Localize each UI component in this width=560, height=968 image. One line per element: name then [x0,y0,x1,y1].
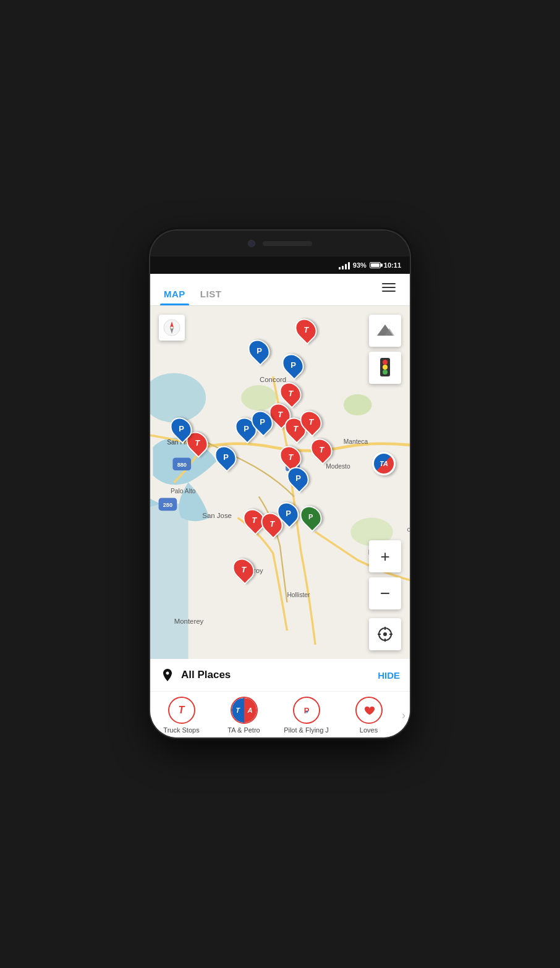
svg-point-9 [344,394,372,415]
phone-shell: 93% 10:11 MAP LIST [150,231,410,737]
svg-text:Hollister: Hollister [287,592,310,598]
svg-point-30 [383,365,388,370]
svg-rect-2 [150,504,189,659]
pilot-marker-1[interactable]: P [301,505,321,529]
front-camera [248,240,255,247]
parking-marker-1[interactable]: P [249,339,269,362]
map-area[interactable]: 880 280 5 Concord San Francisco Palo Alt… [150,306,410,659]
ta-petro-icon: T A [231,697,258,724]
nav-label-loves: Loves [360,726,378,734]
menu-line [382,291,396,292]
earpiece-speaker [263,241,312,246]
truck-stop-marker-3[interactable]: T [281,381,300,405]
nav-label-truck-stops: Truck Stops [163,726,199,734]
battery-icon [370,262,381,268]
bottom-nav: T Truck Stops T A TA & Petro P [150,692,410,737]
pilot-icon: P ✈ [293,697,320,724]
parking-marker-8[interactable]: P [278,501,298,525]
phone-top-bar [150,231,410,257]
nav-label-ta-petro: TA & Petro [227,726,260,734]
location-pin-icon [160,668,175,682]
app-header: MAP LIST [150,274,410,306]
menu-line [382,287,396,288]
parking-marker-7[interactable]: P [288,466,308,490]
tab-map[interactable]: MAP [160,289,189,305]
svg-text:Palo Alto: Palo Alto [171,488,196,495]
nav-item-truck-stops[interactable]: T Truck Stops [150,697,213,734]
compass-button[interactable] [159,315,185,341]
svg-point-31 [383,370,388,375]
tab-list[interactable]: LIST [197,289,226,305]
bottom-panel: All Places HIDE T Truck Stops T A T [150,659,410,737]
truck-stop-marker-11[interactable]: T [234,558,253,581]
svg-text:880: 880 [177,462,187,468]
zoom-in-button[interactable]: + [369,540,401,572]
svg-text:280: 280 [163,502,172,508]
zoom-in-icon: + [380,547,389,566]
truck-stop-marker-1[interactable]: T [296,318,316,341]
menu-button[interactable] [378,273,400,305]
truck-stop-marker-7[interactable]: T [312,438,331,461]
battery-percentage: 93% [353,261,367,269]
clock: 10:11 [384,261,401,269]
my-location-button[interactable] [369,618,401,650]
nav-chevron[interactable]: › [400,709,410,722]
parking-marker-5[interactable]: P [252,410,272,433]
parking-marker-2[interactable]: P [283,353,303,376]
truck-stops-icon: T [168,697,195,724]
svg-point-33 [383,632,387,636]
terrain-button[interactable] [369,315,401,347]
menu-line [382,283,396,284]
svg-text:Manteca: Manteca [344,438,368,445]
parking-marker-3[interactable]: P [171,417,191,440]
hide-button[interactable]: HIDE [378,670,400,681]
nav-item-pilot-flying-j[interactable]: P ✈ Pilot & Flying J [275,697,337,734]
nav-label-pilot-flying-j: Pilot & Flying J [284,726,329,734]
truck-stop-marker-8[interactable]: T [281,445,300,469]
nav-item-loves[interactable]: Loves [337,697,400,734]
traffic-button[interactable] [369,352,401,384]
svg-text:Monterey: Monterey [174,618,204,625]
all-places-label: All Places [181,669,378,681]
zoom-out-icon: − [380,584,390,603]
truck-stop-marker-6[interactable]: T [301,410,321,433]
ta-marker-1[interactable]: TA [372,452,396,475]
svg-text:✈: ✈ [305,710,308,714]
svg-text:San Jose: San Jose [202,512,232,519]
svg-text:Oakd: Oakd [407,527,410,533]
status-bar: 93% 10:11 [150,257,410,274]
header-tabs: MAP LIST [160,274,378,305]
nav-item-ta-petro[interactable]: T A TA & Petro [213,697,275,734]
loves-icon [355,697,383,724]
all-places-row: All Places HIDE [150,659,410,692]
signal-icon [339,261,350,270]
svg-text:Modesto: Modesto [326,463,350,470]
svg-point-29 [383,360,388,365]
parking-marker-6[interactable]: P [216,445,235,469]
zoom-out-button[interactable]: − [369,577,401,609]
